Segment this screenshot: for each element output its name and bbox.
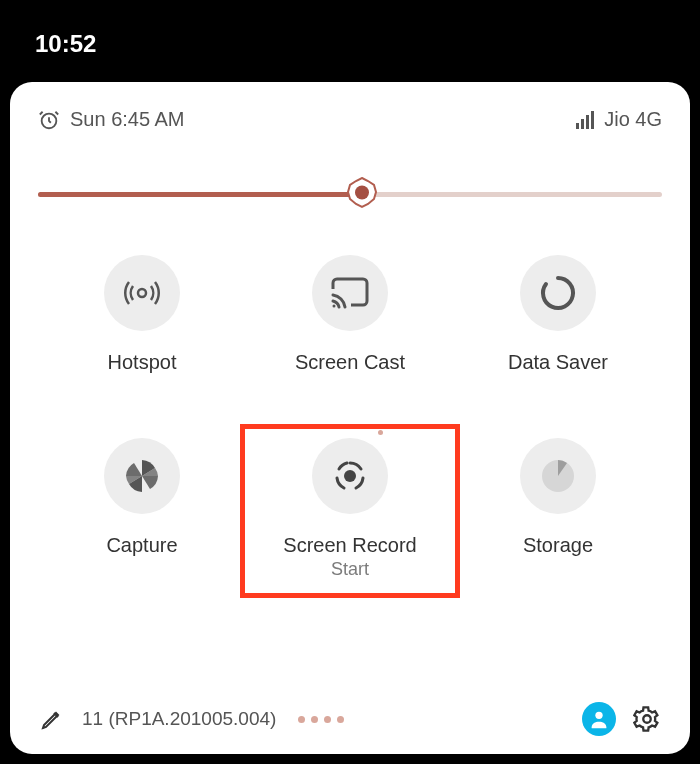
- device-clock: 10:52: [35, 30, 96, 58]
- svg-rect-1: [576, 123, 579, 129]
- tile-capture[interactable]: Capture: [38, 438, 246, 580]
- quick-settings-panel: Sun 6:45 AM Jio 4G: [10, 82, 690, 754]
- signal-icon: [576, 111, 596, 129]
- storage-icon: [520, 438, 596, 514]
- record-icon: [312, 438, 388, 514]
- cast-icon: [312, 255, 388, 331]
- datasaver-icon: [520, 255, 596, 331]
- tile-datasaver[interactable]: Data Saver: [454, 255, 662, 374]
- build-number[interactable]: 11 (RP1A.201005.004): [82, 708, 276, 730]
- svg-point-12: [643, 715, 650, 722]
- tile-hotspot[interactable]: Hotspot: [38, 255, 246, 374]
- tile-screencast[interactable]: Screen Cast: [246, 255, 454, 374]
- svg-rect-3: [586, 115, 589, 129]
- svg-point-9: [344, 470, 356, 482]
- tile-screenrecord[interactable]: Screen Record Start: [246, 438, 454, 580]
- tile-storage[interactable]: Storage: [454, 438, 662, 580]
- svg-rect-2: [581, 119, 584, 129]
- page-indicator: [298, 716, 344, 723]
- network-label: Jio 4G: [604, 108, 662, 131]
- slider-fill: [38, 192, 362, 197]
- brightness-slider[interactable]: [38, 179, 662, 209]
- tile-label: Capture: [106, 534, 177, 557]
- user-avatar[interactable]: [582, 702, 616, 736]
- svg-point-7: [138, 289, 146, 297]
- tiles-grid: Hotspot Screen Cast Data Saver: [38, 255, 662, 580]
- alarm-time: Sun 6:45 AM: [70, 108, 185, 131]
- edit-icon[interactable]: [38, 705, 66, 733]
- tile-label: Data Saver: [508, 351, 608, 374]
- indicator-dot: [378, 430, 383, 435]
- svg-rect-4: [591, 111, 594, 129]
- settings-icon[interactable]: [632, 704, 662, 734]
- tile-label: Screen Record: [283, 534, 416, 557]
- svg-point-11: [595, 712, 602, 719]
- tile-sublabel: Start: [331, 559, 369, 580]
- slider-thumb[interactable]: [345, 177, 379, 211]
- svg-point-8: [333, 305, 336, 308]
- status-bar: Sun 6:45 AM Jio 4G: [38, 108, 662, 131]
- tile-label: Hotspot: [108, 351, 177, 374]
- tile-label: Storage: [523, 534, 593, 557]
- hotspot-icon: [104, 255, 180, 331]
- alarm-icon: [38, 109, 60, 131]
- capture-icon: [104, 438, 180, 514]
- tile-label: Screen Cast: [295, 351, 405, 374]
- bottom-bar: 11 (RP1A.201005.004): [38, 682, 662, 736]
- svg-point-6: [355, 186, 369, 200]
